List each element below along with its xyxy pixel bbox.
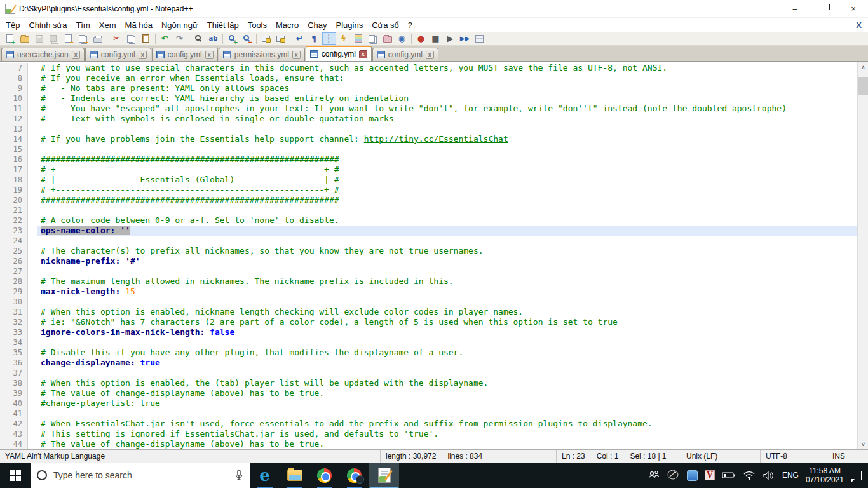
copy-button[interactable] <box>125 32 139 45</box>
menu-item-tools[interactable]: Tools <box>243 19 271 31</box>
editor[interactable]: 7# If you want to use special characters… <box>0 61 868 449</box>
menu-item-ch-y[interactable]: Chạy <box>303 19 331 31</box>
taskbar-app-chrome-profile[interactable] <box>339 463 369 488</box>
menu-item-xem[interactable]: Xem <box>95 19 121 31</box>
code-area[interactable]: 7# If you want to use special characters… <box>0 62 857 449</box>
taskbar-app-chrome[interactable] <box>309 463 339 488</box>
fold-margin <box>28 337 37 348</box>
tab-close-icon[interactable]: x <box>139 51 147 59</box>
restore-button[interactable] <box>810 0 839 17</box>
word-wrap-button[interactable]: ↵ <box>293 32 307 45</box>
zoom-out-button[interactable]: − <box>240 32 254 45</box>
blue-app-tray-icon[interactable] <box>687 470 698 481</box>
tab-usercache-json-0[interactable]: usercache.jsonx <box>1 48 85 61</box>
menu-item-m-h-a[interactable]: Mã hóa <box>121 19 157 31</box>
macro-record-button[interactable]: ● <box>414 32 428 45</box>
sync-horizontal-scrolling-button[interactable] <box>274 32 288 45</box>
start-button[interactable] <box>0 463 31 488</box>
battery-icon[interactable] <box>722 471 736 479</box>
taskbar-app-edge[interactable]: e <box>250 463 280 488</box>
v-app-tray-icon[interactable]: V <box>705 470 715 480</box>
tab-close-icon[interactable]: x <box>72 51 80 59</box>
macro-run-multiple-button[interactable]: ▶▶ <box>458 32 472 45</box>
macro-play-button[interactable]: ▶ <box>444 32 458 45</box>
tab-config-yml-1[interactable]: config.ymlx <box>85 48 151 61</box>
show-all-characters-button[interactable]: ¶ <box>308 32 322 45</box>
status-length-lines: length : 30,972 lines : 834 <box>380 450 556 463</box>
status-eol-format[interactable]: Unix (LF) <box>681 450 760 463</box>
satellite-tray-icon[interactable] <box>667 470 680 481</box>
status-encoding[interactable]: UTF-8 <box>760 450 827 463</box>
action-center-icon[interactable] <box>851 471 862 480</box>
close-button[interactable]: × <box>839 0 868 17</box>
language-indicator[interactable]: ENG <box>782 471 799 480</box>
fold-margin <box>28 297 37 307</box>
close-all-files-button[interactable]: − <box>76 32 90 45</box>
wifi-icon[interactable] <box>743 471 756 480</box>
print-button[interactable] <box>91 32 105 45</box>
copy-icon <box>127 35 133 43</box>
scroll-up-icon[interactable]: ∧ <box>858 62 868 72</box>
fold-margin <box>28 83 37 93</box>
function-list-button[interactable]: ϟ <box>337 32 351 45</box>
tab-close-icon[interactable]: x <box>205 51 214 59</box>
close-file-button[interactable]: − <box>62 32 76 45</box>
show-indent-guide-button[interactable]: ┆ <box>322 32 336 45</box>
tab-config-yml-2[interactable]: config.ymlx <box>152 48 218 61</box>
show-all-characters-icon: ¶ <box>311 34 316 43</box>
fold-margin <box>28 144 37 154</box>
tab-close-icon[interactable]: x <box>426 51 434 59</box>
close-document-button[interactable]: X <box>853 20 868 30</box>
menu-item-t-m[interactable]: Tìm <box>71 19 94 31</box>
open-file-button[interactable] <box>18 32 32 45</box>
document-map-button[interactable] <box>351 32 365 45</box>
line-content: nickname-prefix: '#' <box>37 256 857 266</box>
find-button[interactable] <box>192 32 206 45</box>
menu-item-ch-nh-s-a[interactable]: Chỉnh sửa <box>24 19 71 31</box>
taskbar-clock[interactable]: 11:58 AM 07/10/2021 <box>806 466 844 484</box>
vertical-scrollbar[interactable]: ∧ ∨ <box>857 62 868 449</box>
document-switcher-button[interactable] <box>366 32 380 45</box>
paste-button[interactable] <box>139 32 153 45</box>
line-number: 32 <box>0 317 28 327</box>
menu-item-t-p[interactable]: Tệp <box>1 19 24 31</box>
editor-line-26: 26nickname-prefix: '#' <box>0 256 857 266</box>
macro-stop-button[interactable]: ■ <box>429 32 443 45</box>
undo-button[interactable]: ↶ <box>158 32 172 45</box>
menu-item-macro[interactable]: Macro <box>271 19 303 31</box>
new-file-button[interactable]: + <box>3 32 17 45</box>
tab-config-yml-4[interactable]: config.ymlx <box>306 46 372 61</box>
line-content: # When this option is enabled, nickname … <box>37 307 857 317</box>
tab-close-icon[interactable]: x <box>359 50 367 58</box>
sync-vertical-scrolling-button[interactable] <box>259 32 273 45</box>
scrollbar-thumb[interactable] <box>858 77 868 95</box>
status-insert-mode[interactable]: INS <box>827 450 868 463</box>
menu-item-thi-t-l-p[interactable]: Thiết lập <box>203 19 243 31</box>
line-number: 26 <box>0 256 28 266</box>
window-title: D:\SkyPI\plugins\Essentials\config.yml -… <box>19 4 780 13</box>
tab-config-yml-5[interactable]: config.ymlx <box>372 48 438 61</box>
macro-save-button[interactable] <box>473 32 487 45</box>
monitoring-button[interactable]: ◉ <box>395 32 409 45</box>
line-number: 7 <box>0 63 28 73</box>
folder-as-workspace-button[interactable] <box>381 32 395 45</box>
scroll-down-icon[interactable]: ∨ <box>858 438 868 449</box>
microphone-icon[interactable] <box>234 470 243 481</box>
taskbar-app-file-explorer[interactable] <box>280 463 309 488</box>
zoom-in-button[interactable]: + <box>226 32 240 45</box>
tab-close-icon[interactable]: x <box>292 51 301 59</box>
menu-item-c-a-s-[interactable]: Cửa sổ <box>367 19 403 31</box>
replace-button[interactable]: ab <box>207 32 220 45</box>
tab-permissions-yml-3[interactable]: permissions.ymlx <box>219 48 305 61</box>
minimize-button[interactable]: – <box>780 0 810 17</box>
search-input[interactable] <box>53 470 228 480</box>
menu-item-plugins[interactable]: Plugins <box>332 19 368 31</box>
people-icon[interactable] <box>648 470 660 480</box>
menu-item--[interactable]: ? <box>403 19 417 31</box>
taskbar-search[interactable] <box>31 463 250 488</box>
taskbar-app-notepad-plus-plus[interactable] <box>369 463 399 488</box>
cut-button[interactable]: ✂ <box>110 32 124 45</box>
redo-button[interactable]: ↷ <box>173 32 187 45</box>
menu-item-ng-n-ng-[interactable]: Ngôn ngữ <box>157 19 203 31</box>
volume-icon[interactable] <box>763 471 775 480</box>
